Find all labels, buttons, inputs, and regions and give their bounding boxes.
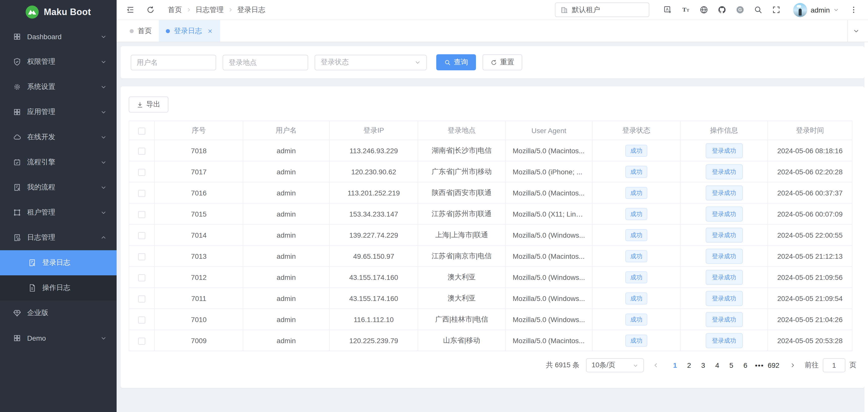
pagination-ellipsis[interactable]: ••• <box>752 361 767 369</box>
cell-username: admin <box>243 161 330 182</box>
fullscreen-icon[interactable] <box>769 2 784 17</box>
github-icon[interactable] <box>715 2 730 17</box>
row-checkbox[interactable] <box>138 253 145 260</box>
sidebar-item-demo[interactable]: Demo <box>0 325 117 351</box>
status-badge: 成功 <box>625 145 647 157</box>
op-info-button[interactable]: 登录成功 <box>705 227 743 243</box>
user-name: admin <box>811 6 830 14</box>
op-info-button[interactable]: 登录成功 <box>705 143 743 158</box>
sidebar-item-my-flow[interactable]: 我的流程 <box>0 175 117 200</box>
table-row: 7016 admin 113.201.252.219 陕西省|西安市|联通 Mo… <box>129 182 852 203</box>
op-info-button[interactable]: 登录成功 <box>705 206 743 221</box>
row-checkbox[interactable] <box>138 190 145 197</box>
close-icon[interactable] <box>207 28 213 34</box>
cell-ip: 139.227.74.229 <box>330 224 418 246</box>
page-number-last[interactable]: 692 <box>767 361 780 369</box>
sidebar-item-workflow[interactable]: 流程引擎 <box>0 150 117 175</box>
cell-location: 湖南省|长沙市|电信 <box>418 140 505 161</box>
table-row: 7011 admin 43.155.174.160 澳大利亚 Mozilla/5… <box>129 288 852 309</box>
op-info-button[interactable]: 登录成功 <box>705 164 743 179</box>
op-info-button[interactable]: 登录成功 <box>705 291 743 306</box>
page-number-5[interactable]: 5 <box>724 361 738 369</box>
prev-page-icon[interactable] <box>650 362 661 368</box>
table-row: 7015 admin 153.34.233.147 江苏省|苏州市|联通 Moz… <box>129 203 852 224</box>
collapse-sidebar-icon[interactable] <box>123 2 138 17</box>
search-icon[interactable] <box>751 2 766 17</box>
tab-0[interactable]: 首页 <box>123 20 159 42</box>
tabs-dropdown-icon[interactable] <box>847 20 865 42</box>
op-info-button[interactable]: 登录成功 <box>705 312 743 327</box>
cell-ip: 43.155.174.160 <box>330 266 418 288</box>
translate-icon[interactable] <box>660 2 676 17</box>
goto-page-input[interactable] <box>823 358 845 372</box>
page-size-select[interactable]: 10条/页 <box>586 358 644 372</box>
login-location-input[interactable] <box>223 55 308 70</box>
globe-icon[interactable] <box>696 2 712 17</box>
page-number-4[interactable]: 4 <box>710 361 724 369</box>
sidebar-item-application[interactable]: 应用管理 <box>0 99 117 125</box>
cell-time: 2024-05-05 21:09:56 <box>768 266 852 288</box>
row-checkbox[interactable] <box>138 338 145 344</box>
breadcrumb-home[interactable]: 首页 <box>168 5 182 14</box>
page-number-6[interactable]: 6 <box>738 361 752 369</box>
tenant-select[interactable]: 默认租户 <box>555 2 649 17</box>
sidebar-item-online-dev[interactable]: 在线开发 <box>0 125 117 150</box>
page-number-1[interactable]: 1 <box>668 361 682 369</box>
sidebar-item-tenant[interactable]: 租户管理 <box>0 200 117 225</box>
cell-username: admin <box>243 182 330 203</box>
query-button[interactable]: 查询 <box>436 54 476 70</box>
col-user-agent: User Agent <box>505 121 592 140</box>
next-page-icon[interactable] <box>787 362 798 368</box>
op-info-button[interactable]: 登录成功 <box>705 270 743 285</box>
table-row: 7018 admin 113.246.93.229 湖南省|长沙市|电信 Moz… <box>129 140 852 161</box>
op-info-button[interactable]: 登录成功 <box>705 185 743 200</box>
op-info-button[interactable]: 登录成功 <box>705 333 743 348</box>
row-checkbox[interactable] <box>138 148 145 155</box>
sidebar-item-system[interactable]: 系统设置 <box>0 74 117 99</box>
sidebar-item-log[interactable]: 日志管理 <box>0 225 117 250</box>
row-checkbox[interactable] <box>138 168 145 176</box>
sidebar-item-enterprise[interactable]: 企业版 <box>0 300 117 325</box>
cell-ip: 116.1.112.10 <box>330 309 418 330</box>
sidebar-item-login-log[interactable]: 登录日志 <box>0 250 117 275</box>
tab-active[interactable]: 登录日志 <box>159 20 220 42</box>
sidebar-item-dashboard[interactable]: Dashboard <box>0 24 117 49</box>
refresh-icon[interactable] <box>143 2 158 17</box>
row-checkbox[interactable] <box>138 316 145 323</box>
cell-id: 7010 <box>155 309 243 330</box>
sidebar-item-label: Demo <box>27 334 46 342</box>
font-size-icon[interactable] <box>679 2 693 17</box>
more-settings-icon[interactable] <box>846 2 861 17</box>
sidebar-item-label: 权限管理 <box>27 57 55 66</box>
breadcrumb-separator-icon <box>228 7 233 12</box>
breadcrumb-separator-icon <box>186 7 191 12</box>
breadcrumb-login-log[interactable]: 登录日志 <box>237 5 266 14</box>
op-info-button[interactable]: 登录成功 <box>705 249 743 263</box>
page-number-3[interactable]: 3 <box>696 361 710 369</box>
user-menu[interactable]: admin <box>793 3 839 17</box>
breadcrumb-log[interactable]: 日志管理 <box>195 5 224 14</box>
sidebar-item-label: 应用管理 <box>27 107 55 117</box>
export-button[interactable]: 导出 <box>129 96 168 113</box>
cell-user-agent: Mozilla/5.0 (Macintos... <box>505 246 592 266</box>
login-status-select[interactable]: 登录状态 <box>315 55 427 70</box>
tab-dot <box>130 29 134 33</box>
col-id: 序号 <box>155 121 243 140</box>
gitee-icon[interactable] <box>733 2 748 17</box>
row-checkbox[interactable] <box>138 232 145 239</box>
row-checkbox[interactable] <box>138 274 145 281</box>
row-checkbox[interactable] <box>138 211 145 218</box>
chevron-down-icon <box>100 109 106 115</box>
reset-button[interactable]: 重置 <box>483 54 522 70</box>
scrollbar-gutter[interactable] <box>865 42 868 412</box>
page-number-2[interactable]: 2 <box>682 361 696 369</box>
sidebar-item-op-log[interactable]: 操作日志 <box>0 275 117 300</box>
grid-icon <box>13 33 21 41</box>
username-input[interactable] <box>131 55 216 70</box>
chevron-down-icon <box>100 134 106 140</box>
select-all-checkbox[interactable] <box>138 127 145 134</box>
table-row: 7010 admin 116.1.112.10 广西|桂林市|电信 Mozill… <box>129 309 852 330</box>
sidebar-item-permission[interactable]: 权限管理 <box>0 49 117 74</box>
row-checkbox[interactable] <box>138 295 145 302</box>
logo-icon <box>26 5 39 19</box>
